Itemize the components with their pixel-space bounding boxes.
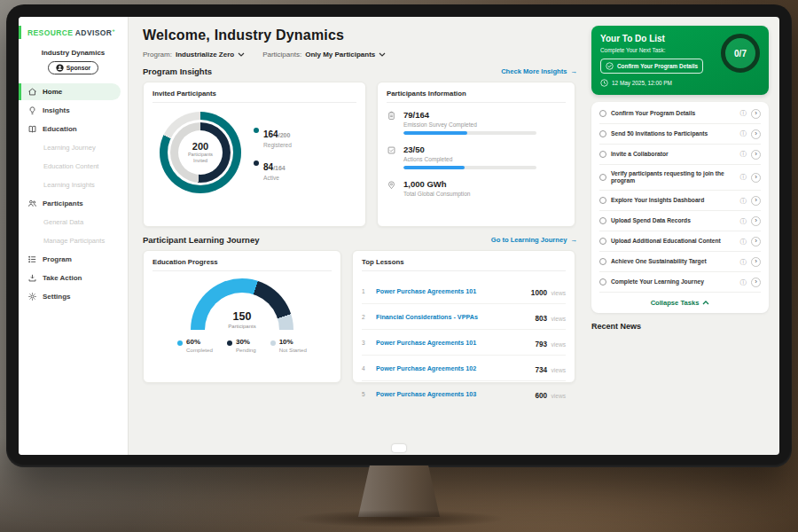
sidebar-item-manage-participants[interactable]: Manage Participants: [19, 233, 128, 248]
task-row-achieve-sustainability-target[interactable]: Achieve One Sustainability Target ⓘ ›: [599, 252, 761, 272]
lesson-link[interactable]: Power Purchase Agreements 102: [376, 364, 529, 372]
program-filter-dropdown[interactable]: Program: Industrialize Zero: [143, 51, 245, 59]
info-icon[interactable]: ⓘ: [740, 259, 747, 266]
chevron-right-icon[interactable]: ›: [751, 150, 761, 160]
chevron-down-icon: [238, 52, 245, 57]
arrow-right-icon: →: [570, 236, 577, 244]
info-icon[interactable]: ⓘ: [740, 239, 747, 246]
task-checkbox[interactable]: [599, 130, 606, 137]
sidebar-item-insights[interactable]: Insights: [19, 102, 128, 119]
task-row-invite-collaborator[interactable]: Invite a Collaborator ⓘ ›: [599, 145, 761, 165]
info-icon[interactable]: ⓘ: [740, 151, 747, 158]
sidebar-item-label: Home: [43, 88, 62, 96]
task-row-complete-learning-journey[interactable]: Complete Your Learning Journey ⓘ ›: [599, 272, 761, 293]
chevron-right-icon[interactable]: ›: [751, 173, 761, 183]
chevron-right-icon[interactable]: ›: [751, 109, 761, 119]
task-checkbox[interactable]: [599, 174, 606, 181]
sidebar-item-learning-journey[interactable]: Learning Journey: [19, 140, 128, 155]
gear-icon: [27, 292, 37, 301]
task-checkbox[interactable]: [599, 217, 606, 224]
action-arrow-icon: [27, 273, 37, 283]
check-more-insights-link[interactable]: Check More Insights →: [501, 67, 577, 75]
donut-legend: 164/200 Registered 84/164 Active: [254, 125, 292, 181]
org-name: Industry Dynamics: [19, 49, 128, 57]
learning-journey-section-head: Participant Learning Journey Go to Learn…: [143, 235, 577, 245]
task-checkbox[interactable]: [599, 197, 606, 204]
lesson-link[interactable]: Power Purchase Agreements 103: [376, 390, 529, 398]
task-row-upload-spend-data[interactable]: Upload Spend Data Records ⓘ ›: [599, 211, 761, 231]
book-icon: [27, 124, 37, 134]
recent-news-title: Recent News: [591, 322, 769, 331]
todo-subtitle: Complete Your Next Task:: [600, 47, 716, 53]
info-icon[interactable]: ⓘ: [740, 279, 747, 286]
sidebar-item-home[interactable]: Home: [19, 83, 121, 100]
location-pin-icon: [387, 180, 396, 190]
app-logo: RESOURCE ADVISOR+: [27, 27, 124, 37]
card-title: Invited Participants: [153, 90, 356, 103]
monitor-stand-shadow: [293, 510, 505, 528]
task-checkbox[interactable]: [599, 110, 606, 117]
task-row-upload-educational-content[interactable]: Upload Additional Educational Content ⓘ …: [599, 231, 761, 252]
lesson-link[interactable]: Power Purchase Agreements 101: [376, 287, 526, 295]
sponsor-badge[interactable]: Sponsor: [48, 61, 99, 74]
lesson-row-3: 3 Power Purchase Agreements 101 793 view…: [362, 330, 566, 356]
chevron-right-icon[interactable]: ›: [751, 257, 761, 267]
lesson-row-5: 5 Power Purchase Agreements 103 600 view…: [362, 381, 566, 406]
task-row-verify-participants[interactable]: Verify participants requesting to join t…: [599, 165, 761, 191]
task-row-confirm-program-details[interactable]: Confirm Your Program Details ⓘ ›: [599, 104, 761, 124]
task-checkbox[interactable]: [599, 258, 606, 265]
sidebar-item-general-data[interactable]: General Data: [19, 215, 128, 230]
lesson-link[interactable]: Power Purchase Agreements 101: [376, 339, 529, 347]
sidebar-item-learning-insights[interactable]: Learning Insights: [19, 177, 128, 192]
info-icon[interactable]: ⓘ: [740, 174, 747, 181]
check-square-icon: [387, 145, 396, 155]
next-task-chip[interactable]: Confirm Your Program Details: [600, 59, 703, 74]
sidebar-item-label: General Data: [43, 218, 83, 226]
chevron-right-icon[interactable]: ›: [751, 278, 761, 287]
task-checkbox[interactable]: [599, 238, 606, 245]
sponsor-person-icon: [56, 64, 64, 72]
sidebar-item-program[interactable]: Program: [19, 251, 128, 268]
card-title: Top Lessons: [362, 258, 566, 271]
sidebar-item-settings[interactable]: Settings: [19, 288, 128, 305]
task-row-explore-insights-dashboard[interactable]: Explore Your Insights Dashboard ⓘ ›: [599, 191, 761, 211]
gauge-center: 150 Participants: [191, 308, 293, 330]
lesson-link[interactable]: Financial Considerations - VPPAs: [376, 313, 529, 321]
collapse-tasks-link[interactable]: Collapse Tasks: [599, 293, 761, 313]
screen-bottom-logo: [392, 444, 406, 452]
participants-filter-dropdown[interactable]: Participants: Only My Participants: [262, 51, 386, 59]
info-icon[interactable]: ⓘ: [740, 130, 747, 137]
info-icon[interactable]: ⓘ: [740, 198, 747, 205]
sidebar-item-education-content[interactable]: Education Content: [19, 159, 128, 174]
sidebar-item-label: Manage Participants: [43, 237, 105, 245]
chevron-right-icon[interactable]: ›: [751, 237, 761, 246]
main-content: Welcome, Industry Dynamics Program: Indu…: [129, 17, 588, 455]
legend-dot: [177, 340, 183, 346]
sidebar-item-label: Take Action: [43, 274, 82, 282]
todo-header-card: Your To Do List Complete Your Next Task:…: [591, 26, 769, 95]
sidebar-item-label: Education Content: [43, 162, 98, 170]
participants-filter-label: Participants:: [262, 51, 301, 59]
stat-global-consumption: 1,000 GWh Total Global Consumption: [387, 179, 566, 200]
go-to-learning-journey-link[interactable]: Go to Learning Journey →: [491, 236, 577, 244]
task-row-send-invitations[interactable]: Send 50 Invitations to Participants ⓘ ›: [599, 124, 761, 145]
gauge-legend: 60%Completed 30%Pending 10%Not Started: [177, 338, 307, 353]
info-icon[interactable]: ⓘ: [740, 218, 747, 225]
sidebar-item-education[interactable]: Education: [19, 121, 128, 137]
sidebar-item-participants[interactable]: Participants: [19, 195, 128, 212]
sidebar-item-take-action[interactable]: Take Action: [19, 270, 128, 286]
legend-not-started: 10%Not Started: [270, 338, 307, 353]
chevron-right-icon[interactable]: ›: [751, 216, 761, 226]
task-checkbox[interactable]: [599, 278, 606, 286]
info-icon[interactable]: ⓘ: [740, 110, 747, 117]
arrow-right-icon: →: [570, 67, 577, 75]
emission-progress-bar: [403, 131, 536, 135]
chevron-right-icon[interactable]: ›: [751, 196, 761, 206]
task-checkbox[interactable]: [599, 151, 606, 158]
todo-panel: Your To Do List Complete Your Next Task:…: [588, 17, 779, 455]
page-title: Welcome, Industry Dynamics: [143, 27, 577, 43]
link-label: Check More Insights: [501, 67, 567, 75]
chevron-right-icon[interactable]: ›: [751, 129, 761, 139]
todo-title: Your To Do List: [600, 34, 716, 43]
legend-pending: 30%Pending: [227, 338, 256, 353]
